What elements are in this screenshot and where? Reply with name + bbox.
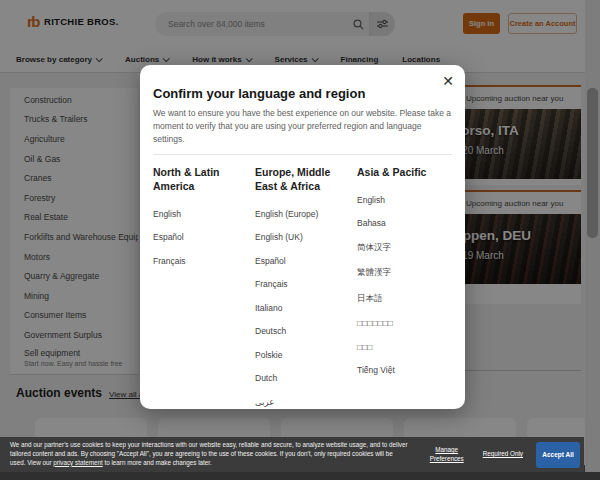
region-heading: Asia & Pacific [357,166,451,180]
language-option-espanol-eu[interactable]: Español [255,256,349,266]
language-option-bahasa[interactable]: Bahasa [357,218,451,228]
language-region-modal: ✕ Confirm your language and region We wa… [140,65,465,409]
modal-divider [153,154,452,155]
language-option-vietnamese[interactable]: Tiếng Việt [357,365,451,375]
language-option-francais-eu[interactable]: Français [255,279,349,289]
language-option-thai[interactable]: □□□□□□□ [357,318,451,328]
language-option-francais-na[interactable]: Français [153,256,247,266]
modal-title: Confirm your language and region [153,86,452,101]
region-columns: North & Latin America English Español Fr… [153,166,452,420]
language-option-espanol-na[interactable]: Español [153,232,247,242]
required-only-link[interactable]: Required Only [483,450,523,458]
language-option-english-europe[interactable]: English (Europe) [255,209,349,219]
language-option-traditional-chinese[interactable]: 繁體漢字 [357,267,451,279]
region-asia-pacific: Asia & Pacific English Bahasa 简体汉字 繁體漢字 … [357,166,451,420]
language-option-italiano[interactable]: Italiano [255,303,349,313]
close-icon[interactable]: ✕ [439,72,457,90]
language-option-simplified-chinese[interactable]: 简体汉字 [357,242,451,254]
accept-all-button[interactable]: Accept All [536,442,580,468]
manage-preferences-link[interactable]: Manage Preferences [424,446,470,462]
language-option-dutch[interactable]: Dutch [255,373,349,383]
modal-description: We want to ensure you have the best expe… [153,107,453,145]
region-heading: North & Latin America [153,166,247,193]
region-north-latin-america: North & Latin America English Español Fr… [153,166,247,420]
region-heading: Europe, Middle East & Africa [255,166,349,193]
language-option-polskie[interactable]: Polskie [255,350,349,360]
language-option-english-uk[interactable]: English (UK) [255,232,349,242]
cookie-text: We and our partner's use cookies to keep… [0,437,408,467]
region-europe-middle-east-africa: Europe, Middle East & Africa English (Eu… [255,166,349,420]
privacy-statement-link[interactable]: privacy statement [53,459,102,466]
cookie-consent-banner: We and our partner's use cookies to keep… [0,437,584,472]
language-option-korean[interactable]: □□□ [357,342,451,352]
language-option-deutsch[interactable]: Deutsch [255,326,349,336]
language-option-english-ap[interactable]: English [357,195,451,205]
cookie-text-tail: to learn more and make changes later. [103,459,212,466]
language-option-japanese[interactable]: 日本語 [357,293,451,305]
language-option-english-na[interactable]: English [153,209,247,219]
cookie-actions: Manage Preferences Required Only Accept … [408,437,584,472]
language-option-arabic[interactable]: عربى [255,397,349,407]
page-root: rb RITCHIE BROS. Search over 84,000 item… [0,0,600,480]
